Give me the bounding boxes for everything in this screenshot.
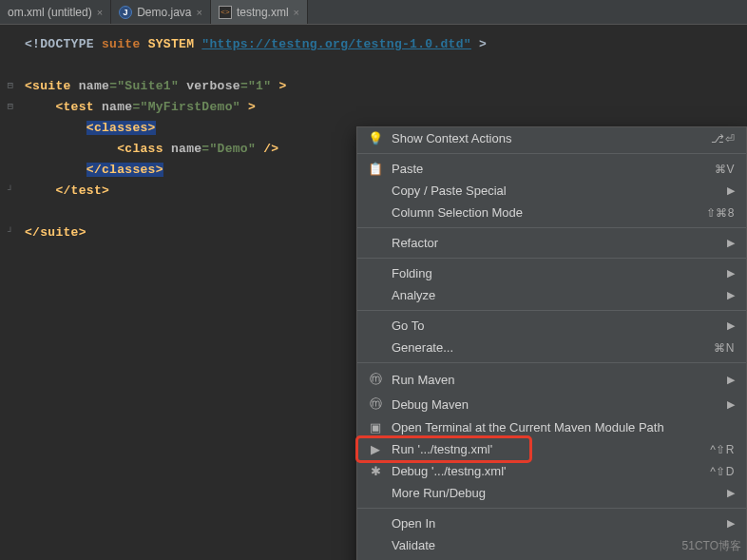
context-menu: 💡 Show Context Actions ⎇⏎ 📋 Paste ⌘V Cop… [356, 126, 747, 560]
watermark: 51CTO博客 [682, 538, 741, 554]
editor-tabs: om.xml (untitled) × J Demo.java × <> tes… [0, 0, 747, 25]
menu-folding[interactable]: Folding ▶ [357, 262, 746, 284]
menu-separator [357, 227, 746, 228]
fold-icon[interactable]: ┘ [0, 181, 21, 202]
menu-separator [357, 310, 746, 311]
menu-separator [357, 362, 746, 363]
java-file-icon: J [119, 6, 132, 19]
maven-icon: ⓜ [367, 396, 384, 413]
menu-analyze[interactable]: Analyze ▶ [357, 284, 746, 306]
maven-icon: ⓜ [367, 371, 384, 388]
tab-demo-java[interactable]: J Demo.java × [111, 0, 211, 24]
submenu-icon: ▶ [727, 487, 735, 499]
bulb-icon: 💡 [367, 131, 384, 145]
terminal-icon: ▣ [367, 420, 384, 434]
submenu-icon: ▶ [727, 319, 735, 332]
menu-open-in[interactable]: Open In ▶ [357, 512, 746, 534]
code-line [25, 55, 747, 76]
submenu-icon: ▶ [727, 184, 735, 197]
menu-context-actions[interactable]: 💡 Show Context Actions ⎇⏎ [357, 127, 746, 149]
menu-run-maven[interactable]: ⓜ Run Maven ▶ [357, 367, 746, 392]
menu-separator [357, 258, 746, 259]
submenu-icon: ▶ [727, 237, 735, 249]
menu-separator [357, 508, 746, 509]
menu-refactor[interactable]: Refactor ▶ [357, 232, 746, 254]
submenu-icon: ▶ [727, 517, 735, 530]
menu-debug-testng[interactable]: ✱ Debug '.../testng.xml' ^⇧D [357, 460, 746, 482]
tab-label: testng.xml [237, 6, 289, 19]
tab-label: om.xml (untitled) [8, 6, 92, 19]
menu-open-terminal[interactable]: ▣ Open Terminal at the Current Maven Mod… [357, 416, 746, 438]
tab-pom-xml[interactable]: om.xml (untitled) × [0, 0, 111, 24]
fold-icon[interactable]: ┘ [0, 222, 21, 243]
run-icon: ▶ [367, 442, 384, 456]
fold-icon[interactable]: ⊟ [0, 76, 21, 97]
menu-copy-paste-special[interactable]: Copy / Paste Special ▶ [357, 180, 746, 202]
menu-separator [357, 153, 746, 154]
menu-paste[interactable]: 📋 Paste ⌘V [357, 158, 746, 180]
menu-run-testng[interactable]: ▶ Run '.../testng.xml' ^⇧R [357, 438, 746, 460]
tab-label: Demo.java [137, 6, 191, 19]
clipboard-icon: 📋 [367, 162, 384, 176]
menu-debug-maven[interactable]: ⓜ Debug Maven ▶ [357, 392, 746, 416]
close-icon[interactable]: × [97, 7, 103, 18]
code-line: <!DOCTYPE suite SYSTEM "https://testng.o… [25, 34, 747, 55]
submenu-icon: ▶ [727, 374, 735, 386]
xml-file-icon: <> [219, 6, 232, 19]
code-line: <suite name="Suite1" verbose="1" > [25, 76, 747, 97]
code-line: <test name="MyFirstDemo" > [25, 97, 747, 118]
menu-goto[interactable]: Go To ▶ [357, 315, 746, 337]
tab-testng-xml[interactable]: <> testng.xml × [211, 0, 308, 24]
menu-more-run-debug[interactable]: More Run/Debug ▶ [357, 482, 746, 504]
gutter: ⊟ ⊟ ┘ ┘ [0, 34, 21, 243]
close-icon[interactable]: × [294, 7, 299, 18]
menu-generate[interactable]: Generate... ⌘N [357, 337, 746, 358]
menu-column-selection[interactable]: Column Selection Mode ⇧⌘8 [357, 202, 746, 223]
debug-icon: ✱ [367, 464, 384, 478]
fold-icon[interactable]: ⊟ [0, 97, 21, 118]
submenu-icon: ▶ [727, 267, 735, 280]
submenu-icon: ▶ [727, 289, 735, 301]
submenu-icon: ▶ [727, 398, 735, 411]
close-icon[interactable]: × [196, 7, 201, 18]
